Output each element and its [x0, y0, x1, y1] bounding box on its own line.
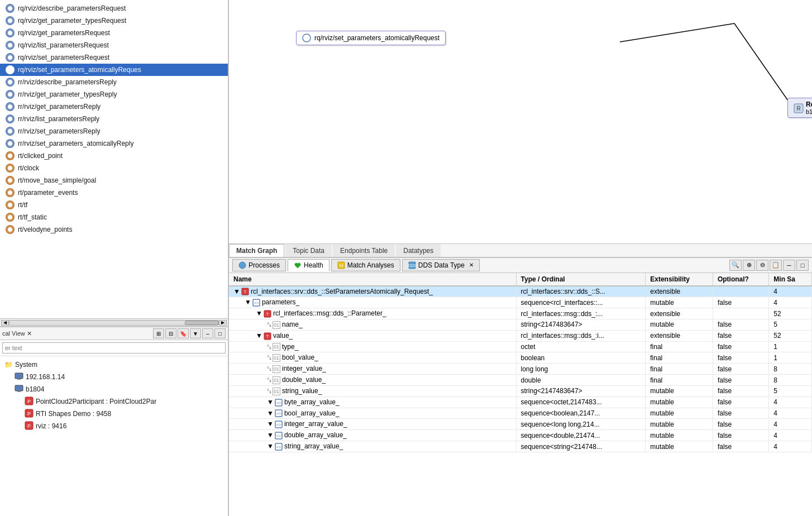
- cell-minsa: 1: [769, 352, 812, 364]
- scroll-left-arrow[interactable]: ◀: [1, 320, 9, 326]
- name-text: parameters_: [262, 298, 299, 306]
- data-table-wrap[interactable]: NameType / OrdinalExtensibilityOptional?…: [229, 273, 812, 517]
- scrollbar-track[interactable]: [9, 320, 219, 326]
- tree-item[interactable]: Prviz : 9416: [0, 420, 228, 432]
- topic-item[interactable]: rq/rviz/describe_parametersRequest: [0, 2, 228, 15]
- topic-item[interactable]: rq/rviz/set_parametersRequest: [0, 51, 228, 64]
- filter-btn[interactable]: 🔖: [178, 328, 189, 338]
- table-row[interactable]: ▼Trcl_interfaces::srv::dds_::SetParamete…: [229, 286, 812, 297]
- svg-point-5: [7, 67, 13, 73]
- expand-btn[interactable]: ⊞: [153, 328, 164, 338]
- table-row[interactable]: ▼Tvalue_rcl_interfaces::msg::dds_:i...ex…: [229, 330, 812, 341]
- svg-point-10: [7, 128, 13, 134]
- sub-tab-close[interactable]: ✕: [469, 262, 474, 268]
- table-row[interactable]: ▼<>byte_array_value_sequence<octet,21474…: [229, 396, 812, 408]
- search-btn[interactable]: 🔍: [729, 260, 742, 271]
- topic-label: rt/tf: [18, 201, 27, 209]
- topic-label: rt/velodyne_points: [18, 226, 72, 233]
- col-header-name[interactable]: Name: [229, 273, 516, 286]
- minimize-btn[interactable]: –: [202, 328, 213, 338]
- topic-item[interactable]: rt/tf: [0, 199, 228, 211]
- topic-item[interactable]: rr/rviz/get_parameter_typesReply: [0, 88, 228, 101]
- scrollbar-thumb[interactable]: [185, 321, 218, 325]
- table-row[interactable]: °₁01type_octetfinalfalse1: [229, 341, 812, 352]
- tree-item[interactable]: PPointCloud2Participant : PointCloud2Par: [0, 395, 228, 408]
- topic-item[interactable]: rt/move_base_simple/goal: [0, 174, 228, 187]
- sub-tab-label: Processes: [249, 261, 280, 269]
- topic-label: rt/tf_static: [18, 213, 47, 221]
- table-row[interactable]: ▼<>integer_array_value_sequence<long lon…: [229, 419, 812, 430]
- replier-node[interactable]: R Replier b1804::rviz : 9416: [787, 98, 812, 118]
- topic-item[interactable]: rr/rviz/list_parametersReply: [0, 113, 228, 125]
- tree-item[interactable]: PRTI Shapes Demo : 9458: [0, 408, 228, 420]
- table-row[interactable]: °₁01double_value_doublefinalfalse8: [229, 375, 812, 386]
- svg-text:P: P: [27, 423, 31, 429]
- topic-item[interactable]: rt/clock: [0, 162, 228, 174]
- cell-minsa: 5: [769, 319, 812, 330]
- topic-item[interactable]: rt/parameter_events: [0, 187, 228, 199]
- topic-item[interactable]: rt/clicked_point: [0, 150, 228, 162]
- cell-optional: false: [713, 396, 768, 408]
- table-row[interactable]: °₁01string_value_string<2147483647>mutab…: [229, 385, 812, 396]
- scroll-right-arrow[interactable]: ▶: [219, 320, 227, 326]
- tree-item[interactable]: 192.168.1.14: [0, 371, 228, 383]
- remove-btn[interactable]: ⊖: [756, 260, 768, 271]
- sub-tab-dds-data-type[interactable]: DDSDDS Data Type✕: [402, 259, 480, 271]
- table-row[interactable]: ▼<>string_array_value_sequence<string<21…: [229, 441, 812, 452]
- tree-item-label: b1804: [26, 385, 44, 393]
- tab-datatypes[interactable]: Datatypes: [396, 244, 441, 257]
- svg-point-13: [7, 165, 13, 171]
- topic-item[interactable]: rq/rviz/get_parametersRequest: [0, 27, 228, 39]
- cell-extensibility: mutable: [646, 319, 713, 330]
- topic-icon: [6, 114, 15, 123]
- svg-text:P: P: [27, 411, 31, 417]
- copy-btn[interactable]: 📋: [770, 260, 782, 271]
- minimize-btn2[interactable]: ─: [783, 260, 795, 271]
- topic-item[interactable]: rr/rviz/set_parametersReply: [0, 125, 228, 137]
- dropdown-btn[interactable]: ▼: [190, 328, 201, 338]
- sub-tab-health[interactable]: Health: [288, 259, 329, 271]
- tab-match-graph[interactable]: Match Graph: [229, 244, 284, 257]
- sub-tab-match-analyses[interactable]: MMatch Analyses: [331, 259, 400, 271]
- sub-tab-processes[interactable]: Processes: [232, 259, 286, 271]
- table-row[interactable]: °₁01bool_value_booleanfinalfalse1: [229, 352, 812, 364]
- tree-item[interactable]: b1804: [0, 383, 228, 395]
- topic-item[interactable]: rt/velodyne_points: [0, 223, 228, 236]
- table-row[interactable]: ▼<>parameters_sequence<rcl_interfaces::.…: [229, 297, 812, 308]
- col-header-type---ordinal[interactable]: Type / Ordinal: [516, 273, 646, 286]
- svg-point-31: [303, 34, 311, 42]
- topic-icon: [6, 200, 15, 209]
- topic-item[interactable]: rq/rviz/get_parameter_typesRequest: [0, 15, 228, 27]
- svg-point-1: [7, 18, 13, 23]
- topic-item[interactable]: rt/tf_static: [0, 211, 228, 223]
- topic-label: rt/clock: [18, 164, 39, 172]
- tree-item[interactable]: 📁System: [0, 359, 228, 371]
- maximize-btn2[interactable]: □: [796, 260, 809, 271]
- collapse-btn[interactable]: ⊟: [165, 328, 176, 338]
- filter-input[interactable]: [2, 342, 226, 353]
- tab-endpoints-table[interactable]: Endpoints Table: [333, 244, 395, 257]
- topic-item[interactable]: rq/rviz/list_parametersRequest: [0, 39, 228, 51]
- cell-minsa: 52: [769, 308, 812, 319]
- cell-minsa: 4: [769, 396, 812, 408]
- tab-topic-data[interactable]: Topic Data: [285, 244, 332, 257]
- col-header-min-sa[interactable]: Min Sa: [769, 273, 812, 286]
- topic-item[interactable]: rr/rviz/set_parameters_atomicallyReply: [0, 137, 228, 150]
- request-node[interactable]: rq/rviz/set_parameters_atomicallyRequest: [296, 31, 446, 45]
- svg-point-18: [7, 227, 13, 232]
- table-row[interactable]: °₁01name_string<2147483647>mutablefalse5: [229, 319, 812, 330]
- table-row[interactable]: ▼<>double_array_value_sequence<double,21…: [229, 430, 812, 441]
- col-header-optional-[interactable]: Optional?: [713, 273, 768, 286]
- topic-item[interactable]: rq/rviz/set_parameters_atomicallyReques: [0, 64, 228, 76]
- col-header-extensibility[interactable]: Extensibility: [646, 273, 713, 286]
- horizontal-scrollbar[interactable]: ◀ ▶: [0, 318, 228, 326]
- topic-item[interactable]: rr/rviz/describe_parametersReply: [0, 76, 228, 88]
- close-btn[interactable]: □: [214, 328, 226, 338]
- topic-label: rq/rviz/describe_parametersRequest: [18, 4, 126, 12]
- topic-item[interactable]: rr/rviz/get_parametersReply: [0, 101, 228, 113]
- table-row[interactable]: ▼<>bool_array_value_sequence<boolean,214…: [229, 408, 812, 419]
- table-row[interactable]: ▼Trcl_interfaces::msg::dds_::Parameter_r…: [229, 308, 812, 319]
- topic-icon: [6, 78, 15, 87]
- table-row[interactable]: °₁01integer_value_long longfinalfalse8: [229, 364, 812, 375]
- add-btn[interactable]: ⊕: [743, 260, 755, 271]
